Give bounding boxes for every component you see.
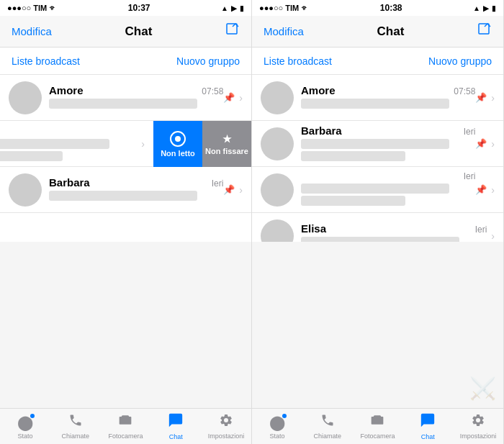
left-tab-chiamate[interactable]: Chiamate [50,413,101,440]
right-pin-icon-amore: 📌 [475,92,487,103]
left-chat-content-elisa: Elisa [0,124,137,163]
right-tab-impostazioni-label: Impostazioni [460,432,497,440]
right-new-group-link[interactable]: Nuovo gruppo [428,55,492,67]
right-chat-content-elisa: Elisa Ieri [301,222,487,242]
left-wifi-icon: ▶ [231,4,237,12]
right-stato-icon: ⬤ [269,414,285,431]
right-chat-list: Amore 07:58 📌 › Barbara Ieri 📌 › [252,75,503,242]
right-chat-preview2-barbara [301,151,405,161]
left-chevron-elisa: › [141,138,145,150]
left-tab-stato-label: Stato [17,432,32,440]
right-chat-item-anon[interactable]: Ieri 📌 › [252,167,503,213]
right-avatar-anon [261,173,294,207]
left-nav-bar: Modifica Chat [0,16,251,47]
left-unread-icon [170,131,186,147]
left-carrier: ●●●○○ TIM ᯤ [7,4,57,12]
right-phone-panel: ●●●○○ TIM ᯤ 10:38 ▲ ▶ ▮ Modifica Chat Li… [252,0,504,444]
left-action-non-letto[interactable]: Non letto [153,121,202,167]
left-chevron-barbara: › [239,184,243,196]
right-chat-item-barbara[interactable]: Barbara Ieri 📌 › [252,121,503,167]
right-nav-bar: Modifica Chat [252,16,503,47]
right-pin-icon-barbara: 📌 [475,138,487,149]
right-tab-bar: ⬤ Stato Chiamate Fotocamera Chat Impos [252,408,503,444]
right-gray-area: ⚔️ [252,242,503,409]
left-avatar-barbara [9,173,42,207]
left-chat-name-barbara: Barbara [49,176,90,189]
left-tab-stato[interactable]: ⬤ Stato [0,414,50,440]
right-tab-chat-label: Chat [421,433,435,440]
right-fotocamera-icon [370,413,384,431]
left-chat-content-barbara: Barbara Ieri [49,176,223,203]
right-chiamate-icon [320,413,335,431]
left-nav-title: Chat [125,24,153,39]
left-edit-button[interactable]: Modifica [12,25,52,37]
right-chat-preview-amore [301,99,449,109]
right-chat-time-elisa: Ieri [475,225,487,235]
left-chat-item-elisa[interactable]: Elisa › [0,121,153,167]
right-tab-fotocamera[interactable]: Fotocamera [353,413,403,440]
left-tab-impostazioni[interactable]: Impostazioni [201,413,251,440]
right-chat-name-amore: Amore [301,84,336,96]
right-battery-icons: ▲ ▶ ▮ [473,4,496,12]
right-tab-impostazioni[interactable]: Impostazioni [453,413,503,440]
left-chat-preview-barbara [49,191,197,201]
left-tab-impostazioni-label: Impostazioni [208,432,245,440]
left-chat-item-barbara[interactable]: Barbara Ieri 📌 › [0,167,251,213]
left-tab-fotocamera[interactable]: Fotocamera [101,413,151,440]
right-signal-icon: ▲ [473,4,480,12]
right-tab-chiamate[interactable]: Chiamate [302,413,353,440]
left-chat-preview2-elisa [0,151,63,161]
left-broadcast-link[interactable]: Liste broadcast [12,55,80,67]
left-chat-time-amore: 07:58 [202,86,223,96]
left-chat-item-amore[interactable]: Amore 07:58 📌 › [0,75,251,121]
right-tab-chat[interactable]: Chat [402,412,453,440]
right-impostazioni-icon [471,413,485,431]
left-tab-chat-label: Chat [169,433,183,440]
right-chat-time-barbara: Ieri [464,127,476,137]
left-compose-button[interactable] [225,22,240,40]
right-tab-fotocamera-label: Fotocamera [360,432,395,440]
left-new-group-link[interactable]: Nuovo gruppo [176,55,240,67]
right-avatar-elisa [261,219,294,242]
left-action-non-letto-label: Non letto [161,149,195,158]
right-chat-time-anon: Ieri [464,171,476,181]
right-chat-icon [420,412,436,432]
svg-point-3 [175,136,181,142]
left-phone-panel: ●●●○○ TIM ᯤ 10:37 ▲ ▶ ▮ Modifica Chat Li… [0,0,252,444]
left-impostazioni-icon [219,413,233,431]
right-chevron-barbara: › [491,138,495,150]
left-gray-area [0,242,251,409]
left-tab-bar: ⬤ Stato Chiamate Fotocamera Chat Impos [0,408,251,444]
left-chat-preview-elisa [0,139,109,149]
right-chevron-elisa: › [491,230,495,242]
right-tab-chiamate-label: Chiamate [313,432,341,440]
right-pin-icon-anon: 📌 [475,184,487,195]
right-time: 10:38 [380,3,402,13]
right-broadcast-link[interactable]: Liste broadcast [264,55,332,67]
left-status-bar: ●●●○○ TIM ᯤ 10:37 ▲ ▶ ▮ [0,0,251,16]
left-battery-icon: ▮ [240,4,244,12]
svg-rect-4 [479,24,489,34]
right-tab-stato[interactable]: ⬤ Stato [252,414,302,440]
right-nav-title: Chat [377,24,405,39]
right-chat-preview-barbara [301,139,449,149]
left-fotocamera-icon [118,413,132,431]
left-chiamate-icon [68,413,83,431]
left-tab-fotocamera-label: Fotocamera [108,432,143,440]
left-pin-icon-barbara: 📌 [223,184,235,195]
left-star-icon: ★ [222,133,232,145]
left-action-non-fissare-label: Non fissare [205,147,248,155]
left-tab-chat[interactable]: Chat [150,412,201,440]
watermark: ⚔️ [469,376,496,401]
left-swipe-actions-elisa: Non letto ★ Non fissare [153,121,251,167]
left-battery-icons: ▲ ▶ ▮ [221,4,244,12]
right-edit-button[interactable]: Modifica [264,25,304,37]
right-chat-item-amore[interactable]: Amore 07:58 📌 › [252,75,503,121]
left-action-non-fissare[interactable]: ★ Non fissare [202,121,251,167]
right-wifi-icon: ▶ [483,4,489,12]
right-carrier: ●●●○○ TIM ᯤ [259,4,309,12]
right-avatar-barbara [261,127,294,160]
right-compose-button[interactable] [477,22,492,40]
left-tab-chiamate-label: Chiamate [61,432,89,440]
right-chat-item-elisa[interactable]: Elisa Ieri › [252,213,503,242]
